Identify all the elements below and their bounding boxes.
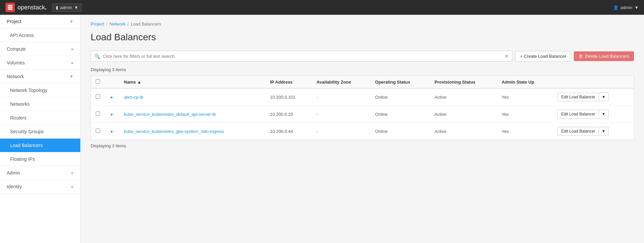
sidebar-item-networks[interactable]: Networks	[0, 97, 80, 111]
row-name-cell: kube_service_kubernetes_gke-system_istio…	[119, 123, 265, 140]
svg-rect-1	[8, 7, 12, 8]
sidebar-item-label: API Access	[10, 33, 34, 38]
table-header-provisioning-status: Provisioning Status	[430, 76, 497, 89]
search-clear-icon[interactable]: ✕	[504, 53, 509, 59]
sidebar-item-admin[interactable]: Admin ▸	[0, 166, 80, 180]
brand: openstack.	[5, 3, 47, 12]
table-header-name[interactable]: Name ▲	[119, 76, 265, 89]
sidebar-item-network-topology[interactable]: Network Topology	[0, 84, 80, 97]
sidebar-item-label: Project	[7, 19, 21, 24]
row-name-link-0[interactable]: abm-cp-lb	[124, 95, 143, 100]
search-input[interactable]	[103, 54, 502, 59]
action-dropdown-button-1[interactable]: ▼	[599, 110, 609, 118]
row-admin-state-cell: Yes	[497, 123, 553, 140]
delete-load-balancers-button[interactable]: 🗑 Delete Load Balancers	[574, 51, 634, 61]
chevron-right-icon: ▸	[72, 47, 74, 51]
row-expand-cell: ▸	[105, 88, 119, 106]
row-checkbox-2[interactable]	[96, 129, 100, 133]
openstack-logo-icon	[7, 4, 13, 10]
row-action-cell: Edit Load Balancer ▼	[553, 88, 634, 106]
edit-load-balancer-button-0[interactable]: Edit Load Balancer	[557, 93, 599, 101]
nav-left: openstack. ▮ admin ▼	[5, 3, 82, 12]
top-navbar: openstack. ▮ admin ▼ 👤 admin ▼	[0, 0, 644, 15]
table-body: ▸ abm-cp-lb 10.200.0.101 - Online Active…	[91, 88, 634, 140]
displaying-count-top: Displaying 3 items	[91, 67, 634, 72]
sidebar-item-label: Load Balancers	[10, 143, 43, 148]
row-operating-status-cell: Online	[370, 106, 430, 123]
action-dropdown-button-2[interactable]: ▼	[599, 127, 609, 136]
sidebar-item-label: Floating IPs	[10, 156, 35, 162]
expand-button-1[interactable]: ▸	[109, 111, 114, 117]
load-balancers-table: Name ▲ IP Address Availability Zone Oper…	[91, 76, 634, 140]
edit-load-balancer-button-2[interactable]: Edit Load Balancer	[557, 127, 599, 136]
row-checkbox-1[interactable]	[96, 111, 100, 116]
main-content: Project / Network / Load Balancers Load …	[81, 15, 644, 243]
create-load-balancer-button[interactable]: + Create Load Balancer	[515, 51, 571, 61]
breadcrumb-project[interactable]: Project	[91, 21, 104, 27]
row-name-link-2[interactable]: kube_service_kubernetes_gke-system_istio…	[124, 129, 224, 134]
sidebar-item-identity[interactable]: Identity ▸	[0, 180, 80, 194]
row-expand-cell: ▸	[105, 123, 119, 140]
sidebar-item-load-balancers[interactable]: Load Balancers	[0, 139, 80, 152]
table-header-ip: IP Address	[265, 76, 312, 89]
row-operating-status-cell: Online	[370, 123, 430, 140]
sidebar-item-compute[interactable]: Compute ▸	[0, 42, 80, 56]
sidebar-item-label: Networks	[10, 101, 30, 107]
sidebar-item-label: Security Groups	[10, 129, 44, 134]
user-label: admin	[620, 5, 632, 10]
breadcrumb-network[interactable]: Network	[109, 21, 126, 27]
table-header-admin-state: Admin State Up	[497, 76, 553, 89]
row-checkbox-cell	[91, 106, 105, 123]
edit-load-balancer-button-1[interactable]: Edit Load Balancer	[557, 110, 599, 118]
user-menu[interactable]: 👤 admin ▼	[613, 5, 639, 10]
sidebar-item-routers[interactable]: Routers	[0, 111, 80, 125]
chevron-right-icon: ▸	[72, 184, 74, 189]
sidebar-item-floating-ips[interactable]: Floating IPs	[0, 152, 80, 166]
search-icon: 🔍	[94, 54, 100, 59]
table-header-az: Availability Zone	[312, 76, 370, 89]
svg-rect-2	[8, 9, 12, 10]
action-group-2: Edit Load Balancer ▼	[557, 127, 629, 136]
sidebar-item-label: Volumes	[7, 60, 25, 65]
chevron-right-icon: ▸	[72, 60, 74, 65]
displaying-count-bottom: Displaying 3 items	[91, 143, 634, 148]
expand-button-0[interactable]: ▸	[109, 94, 114, 100]
user-icon: 👤	[613, 5, 618, 10]
expand-button-2[interactable]: ▸	[109, 128, 114, 135]
chevron-down-icon: ▼	[70, 74, 74, 79]
row-az-cell: -	[312, 123, 370, 140]
table-row: ▸ abm-cp-lb 10.200.0.101 - Online Active…	[91, 88, 634, 106]
chevron-down-icon: ▼	[70, 19, 74, 24]
row-ip-cell: 10.200.0.20	[265, 106, 312, 123]
select-all-checkbox[interactable]	[96, 79, 100, 84]
row-provisioning-status-cell: Active	[430, 106, 497, 123]
sidebar-item-network[interactable]: Network ▼	[0, 70, 80, 84]
row-checkbox-cell	[91, 123, 105, 140]
sidebar-item-security-groups[interactable]: Security Groups	[0, 125, 80, 139]
breadcrumb-current: Load Balancers	[131, 21, 161, 27]
admin-project-menu[interactable]: ▮ admin ▼	[52, 3, 82, 12]
sidebar-item-label: Identity	[7, 184, 22, 189]
row-operating-status-cell: Online	[370, 88, 430, 106]
main-layout: Project ▼ API Access Compute ▸ Volumes ▸…	[0, 15, 644, 243]
sidebar-item-label: Network Topology	[10, 88, 47, 93]
table-header: Name ▲ IP Address Availability Zone Oper…	[91, 76, 634, 89]
table-header-row: Name ▲ IP Address Availability Zone Oper…	[91, 76, 634, 89]
row-name-link-1[interactable]: kube_service_kubernetes_default_api-serv…	[124, 112, 216, 117]
table-row: ▸ kube_service_kubernetes_gke-system_ist…	[91, 123, 634, 140]
row-checkbox-0[interactable]	[96, 94, 100, 99]
chevron-down-icon: ▼	[74, 5, 79, 10]
table-header-expand	[105, 76, 119, 89]
row-action-cell: Edit Load Balancer ▼	[553, 106, 634, 123]
action-group-0: Edit Load Balancer ▼	[557, 93, 629, 101]
brand-name-text: openstack.	[17, 4, 47, 11]
project-icon: ▮	[56, 5, 58, 10]
table-row: ▸ kube_service_kubernetes_default_api-se…	[91, 106, 634, 123]
sidebar-item-api-access[interactable]: API Access	[0, 29, 80, 42]
row-action-cell: Edit Load Balancer ▼	[553, 123, 634, 140]
action-dropdown-button-0[interactable]: ▼	[599, 93, 609, 101]
sidebar-item-volumes[interactable]: Volumes ▸	[0, 56, 80, 70]
row-ip-cell: 10.200.0.44	[265, 123, 312, 140]
search-box: 🔍 ✕	[91, 51, 512, 62]
sidebar-item-project[interactable]: Project ▼	[0, 15, 80, 29]
